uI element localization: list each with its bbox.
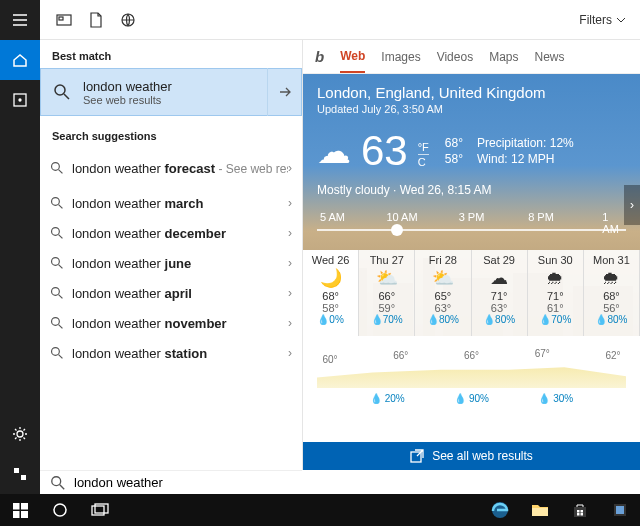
svg-rect-28 <box>13 511 20 518</box>
weather-icon: 🌧 <box>528 268 583 288</box>
suggestion-text: london weather june <box>72 256 288 271</box>
forecast-day[interactable]: Sat 29☁71°63°💧80% <box>472 250 528 336</box>
suggestion-item[interactable]: london weather november› <box>40 308 302 338</box>
filters-label: Filters <box>579 13 612 27</box>
precip-value: 12% <box>550 136 574 150</box>
svg-rect-31 <box>92 506 104 515</box>
svg-point-13 <box>52 288 60 296</box>
tab-images[interactable]: Images <box>381 50 420 72</box>
search-icon <box>50 256 72 270</box>
svg-point-25 <box>52 476 61 485</box>
tab-web[interactable]: Web <box>340 49 365 73</box>
weather-icon: 🌧 <box>584 268 639 288</box>
time-label: 1 AM <box>602 211 619 235</box>
bing-logo: b <box>315 48 324 65</box>
svg-point-11 <box>52 228 60 236</box>
svg-rect-36 <box>581 510 584 513</box>
chevron-right-icon: › <box>288 316 292 330</box>
chevron-right-icon: › <box>288 161 292 175</box>
apps-icon[interactable] <box>0 80 40 120</box>
svg-rect-3 <box>14 468 19 473</box>
unit-f[interactable]: °F <box>418 140 429 155</box>
arrow-right-icon[interactable] <box>267 68 301 116</box>
search-icon <box>50 286 72 300</box>
weather-icon: ⛅ <box>415 268 470 288</box>
documents-scope-icon[interactable] <box>80 4 112 36</box>
svg-point-12 <box>52 258 60 266</box>
time-label: 3 PM <box>459 211 485 223</box>
updated: Updated July 26, 3:50 AM <box>317 103 626 115</box>
svg-rect-34 <box>532 508 548 516</box>
web-scope-icon[interactable] <box>112 4 144 36</box>
search-icon <box>41 83 83 101</box>
unit-c[interactable]: C <box>418 155 429 169</box>
suggestion-item[interactable]: london weather june› <box>40 248 302 278</box>
condition: Mostly cloudy <box>317 183 390 197</box>
suggestion-item[interactable]: london weather march› <box>40 188 302 218</box>
store-icon[interactable] <box>560 494 600 526</box>
wind-label: Wind: <box>477 152 508 166</box>
settings-icon[interactable] <box>0 414 40 454</box>
search-icon <box>50 346 72 360</box>
chevron-right-icon: › <box>288 256 292 270</box>
suggestion-text: london weather march <box>72 196 288 211</box>
weather-icon: ⛅ <box>359 268 414 288</box>
forecast-day[interactable]: Wed 26🌙68°58°💧0% <box>303 250 359 336</box>
tab-videos[interactable]: Videos <box>437 50 473 72</box>
svg-point-10 <box>52 198 60 206</box>
see-all-results-button[interactable]: See all web results <box>303 442 640 470</box>
wind-value: 12 MPH <box>511 152 554 166</box>
chevron-right-icon: › <box>288 286 292 300</box>
best-match-scope-icon[interactable] <box>48 4 80 36</box>
svg-point-14 <box>52 318 60 326</box>
svg-rect-6 <box>59 17 63 20</box>
forecast-day[interactable]: Thu 27⛅66°59°💧70% <box>359 250 415 336</box>
taskbar-app-icon[interactable] <box>600 494 640 526</box>
search-input[interactable] <box>74 475 292 490</box>
forecast-day[interactable]: Fri 28⛅65°63°💧80% <box>415 250 471 336</box>
svg-point-15 <box>52 348 60 356</box>
suggestion-item[interactable]: london weather december› <box>40 218 302 248</box>
suggestion-item[interactable]: london weather april› <box>40 278 302 308</box>
time-label: 5 AM <box>320 211 345 223</box>
temp-lo: 58° <box>445 151 463 167</box>
suggestion-item[interactable]: london weather forecast - See web result… <box>40 148 302 188</box>
location: London, England, United Kingdom <box>317 84 626 101</box>
start-button[interactable] <box>0 494 40 526</box>
graph-temp-label: 67° <box>535 348 550 359</box>
hamburger-icon[interactable] <box>0 0 40 40</box>
search-icon <box>50 475 66 491</box>
forecast-next-icon[interactable]: › <box>624 185 640 225</box>
cloud-icon: ☁ <box>317 131 351 171</box>
svg-point-8 <box>55 85 65 95</box>
weather-card: London, England, United Kingdom Updated … <box>303 74 640 336</box>
feedback-icon[interactable] <box>0 454 40 494</box>
edge-icon[interactable] <box>480 494 520 526</box>
best-match-heading: Best match <box>40 40 302 68</box>
best-match-title: london weather <box>83 79 267 94</box>
svg-point-9 <box>52 163 60 171</box>
filters-button[interactable]: Filters <box>573 13 632 27</box>
tab-news[interactable]: News <box>534 50 564 72</box>
time-slider[interactable]: 5 AM10 AM3 PM8 PM1 AM <box>317 211 626 241</box>
suggestions-heading: Search suggestions <box>40 120 302 148</box>
best-match-sub: See web results <box>83 94 267 106</box>
suggestion-item[interactable]: london weather station› <box>40 338 302 368</box>
svg-rect-4 <box>21 475 26 480</box>
chevron-right-icon: › <box>288 226 292 240</box>
graph-rain-label: 💧 20% <box>370 393 405 404</box>
tab-maps[interactable]: Maps <box>489 50 518 72</box>
forecast-day[interactable]: Mon 31🌧68°56°💧80% <box>584 250 640 336</box>
search-icon <box>50 196 72 210</box>
task-view-button[interactable] <box>80 494 120 526</box>
condition-time: Wed 26, 8:15 AM <box>400 183 492 197</box>
explorer-icon[interactable] <box>520 494 560 526</box>
chevron-right-icon: › <box>288 196 292 210</box>
forecast-day[interactable]: Sun 30🌧71°61°💧70% <box>528 250 584 336</box>
cortana-button[interactable] <box>40 494 80 526</box>
svg-rect-37 <box>577 513 580 516</box>
suggestion-text: london weather forecast - See web result… <box>72 161 288 176</box>
best-match-item[interactable]: london weather See web results <box>40 68 302 116</box>
svg-point-2 <box>17 431 23 437</box>
home-icon[interactable] <box>0 40 40 80</box>
